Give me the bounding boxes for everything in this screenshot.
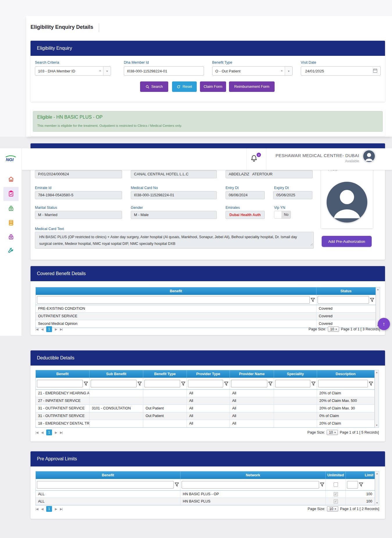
sidebar-item-authorization[interactable] bbox=[8, 205, 15, 212]
column-filter-input[interactable] bbox=[37, 380, 83, 387]
filter-icon[interactable] bbox=[137, 382, 142, 386]
column-filter-input[interactable] bbox=[231, 380, 267, 387]
column-filter-input[interactable] bbox=[318, 380, 368, 387]
column-header[interactable]: Network bbox=[180, 471, 326, 479]
table-row[interactable]: 31 - OUTPATIENT SERVICEOut PatientAllAll… bbox=[36, 412, 375, 420]
filter-icon[interactable] bbox=[311, 298, 315, 302]
column-header[interactable]: Provider Name bbox=[230, 370, 274, 378]
table-row[interactable]: OUTPATIENT SERVICECovered bbox=[36, 313, 376, 320]
scroll-down-icon[interactable]: ▼ bbox=[375, 502, 379, 504]
visit-date-input[interactable]: 24/01/2025 bbox=[301, 66, 381, 76]
scroll-down-icon[interactable]: ▼ bbox=[375, 424, 379, 427]
column-header[interactable]: Provider Type bbox=[187, 370, 230, 378]
first-page-button[interactable]: |◀ bbox=[35, 327, 38, 331]
column-filter-input[interactable] bbox=[37, 481, 174, 489]
filter-icon[interactable] bbox=[175, 482, 179, 487]
column-filter-input[interactable] bbox=[37, 296, 310, 304]
filter-icon[interactable] bbox=[224, 382, 228, 386]
dha-member-id-input[interactable]: I038-000-115298224-01 bbox=[124, 66, 204, 76]
last-page-button[interactable]: ▶| bbox=[60, 431, 62, 434]
column-filter-input[interactable] bbox=[182, 481, 319, 489]
filter-icon[interactable] bbox=[359, 482, 363, 487]
filter-icon[interactable] bbox=[320, 482, 324, 487]
claim-form-button[interactable]: Claim Form bbox=[200, 81, 226, 92]
prev-page-button[interactable]: ◀ bbox=[41, 327, 43, 331]
table-row[interactable]: ALLHN BASIC PLUS - OP✓100 bbox=[36, 491, 375, 498]
clear-icon[interactable]: × bbox=[279, 69, 285, 73]
column-header[interactable]: Benefit bbox=[36, 287, 316, 295]
column-header[interactable]: Unlimited bbox=[326, 471, 346, 479]
chevron-down-icon[interactable]: ▾ bbox=[285, 67, 292, 75]
filter-icon[interactable] bbox=[268, 382, 273, 386]
notifications-button[interactable]: 0 bbox=[250, 154, 262, 166]
calendar-icon[interactable] bbox=[373, 68, 377, 74]
column-header[interactable]: Sub Benefit bbox=[90, 370, 143, 378]
scroll-to-top-button[interactable]: ↑ bbox=[378, 318, 390, 330]
column-filter-input[interactable] bbox=[144, 380, 180, 387]
filter-icon[interactable] bbox=[84, 382, 88, 386]
column-header[interactable]: Status bbox=[316, 287, 376, 295]
sidebar-item-records[interactable] bbox=[8, 219, 15, 226]
medical-card-text-area[interactable]: HN BASIC PLUS (OP restricted to clinics)… bbox=[35, 232, 314, 249]
table-scrollbar[interactable]: ▲ ▼ bbox=[375, 471, 379, 505]
last-page-button[interactable]: ▶| bbox=[60, 327, 62, 331]
column-filter-input[interactable] bbox=[318, 296, 369, 304]
column-filter-input[interactable] bbox=[275, 380, 310, 387]
prev-page-button[interactable]: ◀ bbox=[41, 431, 43, 434]
current-page[interactable]: 1 bbox=[46, 506, 52, 512]
sidebar-item-security[interactable] bbox=[8, 233, 15, 240]
table-row[interactable]: 31 - OUTPATIENT SERVICE3101 - CONSULTATI… bbox=[36, 405, 375, 412]
filter-icon[interactable] bbox=[311, 382, 316, 386]
column-filter-input[interactable] bbox=[347, 481, 358, 489]
unlimited-filter-checkbox[interactable] bbox=[334, 482, 338, 487]
column-header[interactable]: Description bbox=[317, 370, 375, 378]
next-page-button[interactable]: ▶ bbox=[55, 431, 57, 434]
cell: ALL bbox=[36, 491, 180, 498]
page-size-select[interactable]: 10▾ bbox=[327, 430, 338, 435]
ngi-logo[interactable]: NGI bbox=[5, 154, 17, 164]
sidebar-item-settings[interactable] bbox=[8, 247, 15, 254]
table-row[interactable]: 27 - INPATIENT SERVICEAllAll20% of Claim… bbox=[36, 397, 375, 405]
clear-icon[interactable]: × bbox=[97, 69, 103, 73]
table-row[interactable]: 18 - EMERGENCY DENTAL TRE...AllAll20% of… bbox=[36, 420, 375, 427]
filter-icon[interactable] bbox=[181, 382, 185, 386]
reimbursement-form-button[interactable]: Reimbursement Form bbox=[229, 81, 275, 92]
first-page-button[interactable]: |◀ bbox=[35, 507, 38, 511]
column-filter-input[interactable] bbox=[91, 380, 137, 387]
scroll-up-icon[interactable]: ▲ bbox=[375, 472, 379, 475]
table-row[interactable]: 21 - EMERGENCY HEARING A...AllAll20% of … bbox=[36, 390, 375, 397]
table-row[interactable]: ALLHN BASIC PLUS✓100 bbox=[36, 498, 375, 505]
column-header[interactable]: Speciality bbox=[274, 370, 317, 378]
add-pre-authorization-button[interactable]: Add Pre-Authorization bbox=[322, 236, 372, 247]
column-header[interactable]: Benefit bbox=[36, 471, 180, 479]
search-criteria-select[interactable]: 103 - DHA Member ID × ▾ bbox=[35, 66, 111, 76]
next-page-button[interactable]: ▶ bbox=[55, 327, 57, 331]
sidebar-item-home[interactable] bbox=[8, 176, 15, 183]
next-page-button[interactable]: ▶ bbox=[55, 507, 57, 511]
vip-toggle[interactable]: No bbox=[274, 211, 291, 219]
benefit-type-select[interactable]: O - Out Patient × ▾ bbox=[212, 66, 293, 76]
page-size-select[interactable]: 10▾ bbox=[327, 506, 338, 512]
last-page-button[interactable]: ▶| bbox=[60, 507, 62, 511]
search-button[interactable]: Search bbox=[140, 81, 168, 92]
table-row[interactable]: PRE-EXISTING CONDITIONCovered bbox=[36, 305, 376, 313]
sidebar-item-eligibility[interactable] bbox=[8, 190, 15, 197]
current-page[interactable]: 1 bbox=[46, 430, 52, 435]
filter-icon[interactable] bbox=[370, 298, 374, 302]
current-page[interactable]: 1 bbox=[46, 326, 52, 332]
chevron-down-icon[interactable]: ▾ bbox=[103, 67, 111, 75]
column-filter-input[interactable] bbox=[188, 380, 223, 387]
resize-handle-icon[interactable] bbox=[310, 241, 313, 248]
page-size-select[interactable]: 10▾ bbox=[328, 327, 339, 332]
table-scrollbar[interactable]: ▲ ▼ bbox=[375, 370, 379, 427]
prev-page-button[interactable]: ◀ bbox=[41, 507, 43, 511]
column-header[interactable]: Benefit Type bbox=[143, 370, 187, 378]
filter-icon[interactable] bbox=[369, 382, 373, 386]
scroll-up-icon[interactable]: ▲ bbox=[375, 371, 379, 374]
scroll-up-icon[interactable]: ▲ bbox=[376, 288, 380, 291]
reset-button[interactable]: Reset bbox=[172, 81, 197, 92]
user-avatar[interactable] bbox=[362, 149, 376, 163]
column-header[interactable]: Benefit bbox=[36, 370, 90, 378]
first-page-button[interactable]: |◀ bbox=[35, 431, 38, 434]
column-header[interactable]: Limit bbox=[346, 471, 375, 479]
